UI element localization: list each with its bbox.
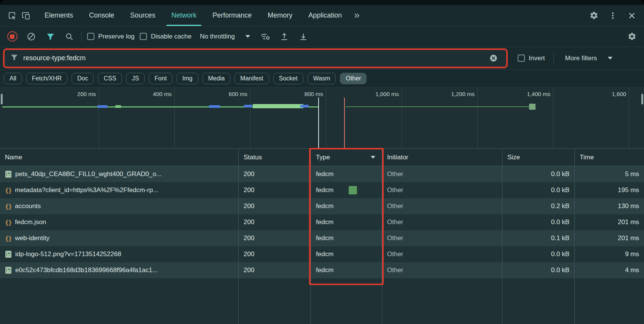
column-header-type[interactable]: Type [311, 149, 382, 166]
request-size[interactable]: 0.2 kB [502, 198, 575, 214]
kebab-menu-icon[interactable] [606, 9, 620, 22]
request-time[interactable]: 9 ms [575, 246, 644, 262]
request-time[interactable]: 130 ms [575, 198, 644, 214]
request-time[interactable]: 4 ms [575, 262, 644, 278]
request-name-cell[interactable]: {}web-identity [0, 230, 239, 246]
invert-filter-control[interactable]: Invert [518, 55, 545, 62]
request-initiator[interactable]: Other [382, 230, 502, 246]
column-header-time[interactable]: Time [575, 149, 644, 166]
chip-manifest[interactable]: Manifest [234, 73, 269, 84]
network-conditions-icon[interactable] [258, 30, 272, 43]
disable-cache-control[interactable]: Disable cache [140, 33, 191, 40]
request-row[interactable]: {}accounts200fedcmOther0.2 kB130 ms [0, 198, 644, 214]
request-size[interactable]: 0.0 kB [502, 246, 575, 262]
request-initiator[interactable]: Other [382, 198, 502, 214]
request-row[interactable]: pets_40dp_CEA8BC_FILL0_wght400_GRAD0_o..… [0, 166, 644, 182]
request-type[interactable]: fedcm [311, 198, 382, 214]
tab-sources[interactable]: Sources [122, 5, 163, 26]
request-name-cell[interactable]: {}metadata?client_id=https%3A%2F%2Ffedcm… [0, 182, 239, 198]
request-row[interactable]: {}metadata?client_id=https%3A%2F%2Ffedcm… [0, 182, 644, 198]
request-row[interactable]: {}web-identity200fedcmOther0.1 kB201 ms [0, 230, 644, 246]
record-network-log-button[interactable] [5, 30, 19, 43]
request-status[interactable]: 200 [239, 246, 311, 262]
column-header-initiator[interactable]: Initiator [382, 149, 502, 166]
throttling-select[interactable]: No throttling [197, 33, 253, 40]
request-time[interactable]: 5 ms [575, 166, 644, 182]
chip-img[interactable]: Img [177, 73, 198, 84]
request-initiator[interactable]: Other [382, 214, 502, 230]
request-name-cell[interactable]: idp-logo-512.png?v=1713514252268 [0, 246, 239, 262]
clear-filter-icon[interactable] [486, 51, 500, 65]
request-type[interactable]: fedcm [311, 230, 382, 246]
chip-js[interactable]: JS [126, 73, 145, 84]
inspect-element-icon[interactable] [5, 9, 19, 22]
device-toolbar-icon[interactable] [19, 9, 33, 22]
request-size[interactable]: 0.0 kB [502, 214, 575, 230]
request-type[interactable]: fedcm [311, 166, 382, 182]
request-initiator[interactable]: Other [382, 182, 502, 198]
export-har-icon[interactable] [296, 30, 310, 43]
request-initiator[interactable]: Other [382, 262, 502, 278]
request-type[interactable]: fedcm [311, 262, 382, 278]
waterfall-overview[interactable]: 200 ms400 ms600 ms800 ms1,000 ms1,200 ms… [0, 88, 644, 149]
chip-fetch-xhr[interactable]: Fetch/XHR [26, 73, 67, 84]
tab-network[interactable]: Network [163, 5, 204, 26]
request-status[interactable]: 200 [239, 230, 311, 246]
tab-memory[interactable]: Memory [260, 5, 300, 26]
settings-gear-icon[interactable] [587, 9, 601, 22]
request-type[interactable]: fedcm [311, 246, 382, 262]
chip-font[interactable]: Font [149, 73, 172, 84]
network-filter-input[interactable]: resource-type:fedcm [3, 48, 508, 68]
chip-wasm[interactable]: Wasm [308, 73, 336, 84]
chip-media[interactable]: Media [202, 73, 231, 84]
overview-right-handle[interactable] [641, 94, 643, 104]
request-size[interactable]: 0.0 kB [502, 166, 575, 182]
more-filters-button[interactable]: More filters [562, 55, 615, 62]
search-icon[interactable] [62, 30, 76, 43]
request-type[interactable]: fedcm [311, 214, 382, 230]
request-row[interactable]: idp-logo-512.png?v=1713514252268200fedcm… [0, 246, 644, 262]
request-time[interactable]: 201 ms [575, 230, 644, 246]
chip-css[interactable]: CSS [98, 73, 122, 84]
request-name-cell[interactable]: pets_40dp_CEA8BC_FILL0_wght400_GRAD0_o..… [0, 166, 239, 182]
request-status[interactable]: 200 [239, 198, 311, 214]
request-status[interactable]: 200 [239, 214, 311, 230]
request-name-cell[interactable]: {}fedcm.json [0, 214, 239, 230]
column-header-status[interactable]: Status [239, 149, 311, 166]
request-status[interactable]: 200 [239, 166, 311, 182]
column-header-size[interactable]: Size [502, 149, 575, 166]
request-size[interactable]: 0.0 kB [502, 182, 575, 198]
request-initiator[interactable]: Other [382, 166, 502, 182]
disable-cache-checkbox[interactable] [140, 33, 147, 40]
request-time[interactable]: 201 ms [575, 214, 644, 230]
more-tabs-icon[interactable] [350, 9, 363, 22]
clear-network-log-button[interactable] [24, 30, 38, 43]
import-har-icon[interactable] [277, 30, 291, 43]
request-row[interactable]: e0c52c473bfcdb168d3b183699668f96a4fa1ac1… [0, 262, 644, 278]
tab-performance[interactable]: Performance [204, 5, 260, 26]
preserve-log-control[interactable]: Preserve log [87, 33, 134, 40]
filter-toggle-icon[interactable] [43, 30, 57, 43]
tab-console[interactable]: Console [81, 5, 122, 26]
request-time[interactable]: 195 ms [575, 182, 644, 198]
request-initiator[interactable]: Other [382, 246, 502, 262]
chip-other[interactable]: Other [340, 73, 367, 84]
chip-doc[interactable]: Doc [72, 73, 94, 84]
request-row[interactable]: {}fedcm.json200fedcmOther0.0 kB201 ms [0, 214, 644, 230]
request-status[interactable]: 200 [239, 262, 311, 278]
request-type[interactable]: fedcm [311, 182, 382, 198]
preserve-log-checkbox[interactable] [87, 33, 94, 40]
chip-all[interactable]: All [4, 73, 22, 84]
network-settings-gear-icon[interactable] [625, 30, 639, 43]
request-name-cell[interactable]: e0c52c473bfcdb168d3b183699668f96a4fa1ac1… [0, 262, 239, 278]
request-size[interactable]: 0.1 kB [502, 230, 575, 246]
tab-elements[interactable]: Elements [37, 5, 81, 26]
invert-checkbox[interactable] [518, 55, 525, 62]
chip-socket[interactable]: Socket [273, 73, 303, 84]
overview-left-handle[interactable] [1, 94, 3, 104]
request-size[interactable]: 0.0 kB [502, 262, 575, 278]
column-header-name[interactable]: Name [0, 149, 239, 166]
request-name-cell[interactable]: {}accounts [0, 198, 239, 214]
close-icon[interactable] [625, 9, 639, 22]
request-status[interactable]: 200 [239, 182, 311, 198]
